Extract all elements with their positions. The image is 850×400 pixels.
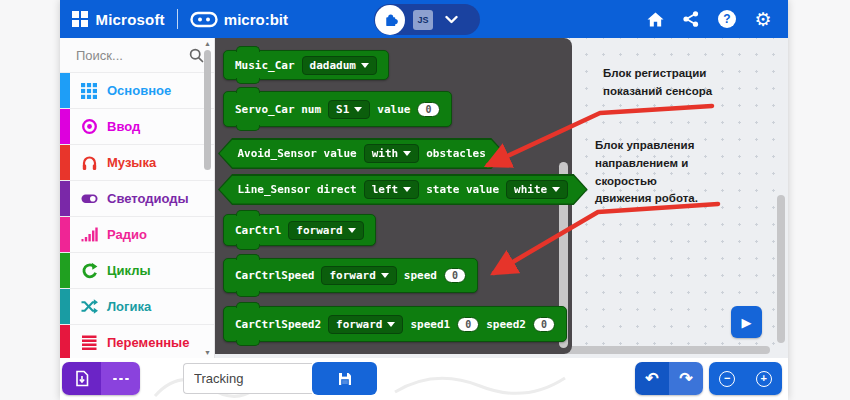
loop-icon: [80, 262, 98, 279]
sidebar-item-5[interactable]: Радио: [60, 216, 214, 252]
sidebar-item-8[interactable]: Переменные: [60, 324, 214, 360]
zoom-out-button[interactable]: −: [709, 362, 746, 395]
project-menu-group: [62, 362, 140, 395]
search-input[interactable]: [76, 48, 189, 63]
dropdown-caret-icon: [403, 151, 411, 156]
category-label: Радио: [107, 227, 147, 242]
microsoft-wordmark: Microsoft: [96, 11, 165, 28]
block-dropdown[interactable]: with: [364, 144, 420, 163]
block-body: Avoid_Sensor valuewithobstacles: [220, 140, 504, 168]
dropdown-value: forward: [336, 318, 382, 331]
toolbox-search: [60, 38, 214, 72]
home-icon: [646, 11, 665, 28]
sidebar-item-6[interactable]: Циклы: [60, 252, 214, 288]
header: Microsoft micro:bit JS ?: [60, 0, 788, 38]
home-button[interactable]: [644, 8, 666, 30]
editor-toggle: JS: [374, 4, 480, 35]
help-button[interactable]: ?: [716, 8, 738, 30]
decorative-doodle: [390, 368, 570, 398]
more-options-button[interactable]: [101, 362, 140, 395]
search-icon[interactable]: [189, 48, 204, 63]
save-button[interactable]: [312, 362, 377, 395]
zoom-in-button[interactable]: +: [746, 362, 783, 395]
grid-icon: [80, 82, 98, 99]
category-label: Переменные: [107, 335, 189, 350]
redo-button[interactable]: ↷: [669, 362, 703, 395]
docs-button[interactable]: [62, 362, 101, 395]
gear-icon: ⚙: [754, 10, 771, 29]
share-icon: [682, 10, 700, 28]
sidebar-item-7[interactable]: Логика: [60, 288, 214, 324]
block-value-input[interactable]: 0: [444, 268, 466, 283]
block-value-input[interactable]: 0: [457, 317, 479, 332]
header-actions: ? ⚙: [644, 0, 774, 38]
lines-icon: [80, 334, 98, 351]
undo-button[interactable]: ↶: [635, 362, 669, 395]
category-color-bar: [60, 73, 70, 108]
block-line-sensor[interactable]: Line_Sensor directleftstate valuewhite: [218, 174, 588, 205]
block-label: value: [377, 103, 410, 116]
block-dropdown[interactable]: forward: [321, 266, 396, 285]
makecode-app-window: Microsoft micro:bit JS ?: [60, 0, 788, 400]
microbit-wordmark: micro:bit: [224, 11, 288, 28]
block-value-input[interactable]: 0: [533, 317, 555, 332]
category-label: Светодиоды: [107, 191, 189, 206]
header-divider: [177, 9, 178, 29]
block-avoid-sensor[interactable]: Avoid_Sensor valuewithobstacles: [218, 138, 505, 169]
toolbox-sidebar: ОсновноеВводМузыкаСветодиодыРадиоЦиклыЛо…: [60, 38, 215, 358]
block-car-ctrl-speed[interactable]: CarCtrlSpeedforwardspeed0: [223, 258, 478, 293]
toggle-menu-button[interactable]: [445, 15, 458, 24]
share-button[interactable]: [680, 8, 702, 30]
sidebar-item-4[interactable]: Светодиоды: [60, 180, 214, 216]
block-label: CarCtrlSpeed2: [235, 318, 321, 331]
block-dropdown[interactable]: white: [506, 180, 568, 199]
sidebar-item-1[interactable]: Основное: [60, 72, 214, 108]
block-dropdown[interactable]: left: [364, 180, 420, 199]
plus-icon: +: [756, 371, 772, 387]
category-label: Ввод: [107, 119, 140, 134]
scroll-up-icon[interactable]: ▲: [203, 40, 212, 47]
signal-icon: [80, 226, 98, 243]
dropdown-value: white: [514, 183, 547, 196]
category-color-bar: [60, 325, 70, 360]
save-icon: [337, 371, 353, 387]
category-color-bar: [60, 145, 70, 180]
javascript-mode-button[interactable]: JS: [413, 10, 433, 30]
block-dropdown[interactable]: forward: [328, 315, 403, 334]
block-dropdown[interactable]: forward: [288, 221, 363, 240]
block-music-car[interactable]: Music_Cardadadum: [223, 50, 389, 80]
block-dropdown[interactable]: S1: [328, 100, 370, 119]
block-servo-car[interactable]: Servo_Car numS1value0: [223, 91, 452, 127]
play-icon: ▶: [742, 315, 752, 330]
block-label: speed2: [486, 318, 526, 331]
scroll-down-icon[interactable]: ▼: [203, 349, 212, 356]
category-label: Основное: [107, 83, 171, 98]
block-label: Avoid_Sensor value: [238, 147, 357, 160]
workspace-horizontal-scrollbar[interactable]: [565, 346, 770, 354]
microbit-logo-icon: [190, 11, 218, 28]
sidebar-scrollbar-thumb[interactable]: [204, 50, 211, 170]
dropdown-caret-icon: [403, 187, 411, 192]
block-car-ctrl-speed2[interactable]: CarCtrlSpeed2forwardspeed10speed20: [223, 306, 567, 342]
sidebar-item-2[interactable]: Ввод: [60, 108, 214, 144]
block-dropdown[interactable]: dadadum: [302, 56, 377, 75]
undo-icon: ↶: [645, 369, 658, 388]
play-button[interactable]: ▶: [731, 306, 762, 338]
category-label: Циклы: [107, 263, 151, 278]
toolbox-flyout: Music_CardadadumServo_Car numS1value0Avo…: [215, 38, 572, 354]
category-label: Логика: [107, 299, 151, 314]
blocks-mode-button[interactable]: [375, 5, 405, 35]
chevron-down-icon: [445, 15, 458, 24]
block-car-ctrl[interactable]: CarCtrlforward: [223, 214, 376, 246]
category-color-bar: [60, 289, 70, 324]
settings-button[interactable]: ⚙: [752, 8, 774, 30]
project-name-input[interactable]: [183, 363, 312, 394]
workspace-vertical-scrollbar[interactable]: [777, 195, 785, 343]
block-label: Music_Car: [235, 59, 295, 72]
block-value-input[interactable]: 0: [417, 102, 439, 117]
sidebar-scrollbar[interactable]: ▲ ▼: [203, 40, 212, 356]
sidebar-item-3[interactable]: Музыка: [60, 144, 214, 180]
annotation-sensor: Блок регистрации показаний сенсора: [603, 65, 725, 101]
dropdown-value: left: [372, 183, 399, 196]
zoom-group: − +: [709, 362, 782, 395]
